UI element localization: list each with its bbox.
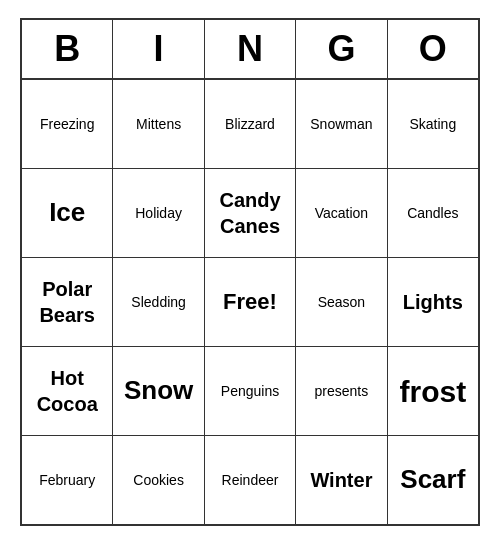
bingo-row-0: FreezingMittensBlizzardSnowmanSkating	[22, 80, 478, 169]
bingo-cell-2-1: Sledding	[113, 258, 204, 346]
bingo-card: BINGO FreezingMittensBlizzardSnowmanSkat…	[20, 18, 480, 526]
bingo-cell-4-1: Cookies	[113, 436, 204, 524]
bingo-cell-0-4: Skating	[388, 80, 478, 168]
bingo-cell-3-4: frost	[388, 347, 478, 435]
bingo-cell-1-1: Holiday	[113, 169, 204, 257]
bingo-cell-0-1: Mittens	[113, 80, 204, 168]
bingo-cell-3-2: Penguins	[205, 347, 296, 435]
bingo-cell-0-2: Blizzard	[205, 80, 296, 168]
bingo-cell-2-0: Polar Bears	[22, 258, 113, 346]
header-letter-G: G	[296, 20, 387, 78]
bingo-cell-2-2: Free!	[205, 258, 296, 346]
header-letter-N: N	[205, 20, 296, 78]
bingo-cell-3-0: Hot Cocoa	[22, 347, 113, 435]
bingo-cell-0-3: Snowman	[296, 80, 387, 168]
bingo-row-1: IceHolidayCandy CanesVacationCandles	[22, 169, 478, 258]
bingo-cell-1-0: Ice	[22, 169, 113, 257]
bingo-header: BINGO	[22, 20, 478, 80]
bingo-row-2: Polar BearsSleddingFree!SeasonLights	[22, 258, 478, 347]
bingo-row-3: Hot CocoaSnowPenguinspresentsfrost	[22, 347, 478, 436]
bingo-cell-4-4: Scarf	[388, 436, 478, 524]
bingo-cell-4-2: Reindeer	[205, 436, 296, 524]
bingo-cell-1-3: Vacation	[296, 169, 387, 257]
bingo-cell-1-2: Candy Canes	[205, 169, 296, 257]
bingo-cell-3-1: Snow	[113, 347, 204, 435]
header-letter-B: B	[22, 20, 113, 78]
bingo-cell-0-0: Freezing	[22, 80, 113, 168]
bingo-cell-2-3: Season	[296, 258, 387, 346]
bingo-cell-4-0: February	[22, 436, 113, 524]
bingo-cell-4-3: Winter	[296, 436, 387, 524]
bingo-row-4: FebruaryCookiesReindeerWinterScarf	[22, 436, 478, 524]
bingo-cell-2-4: Lights	[388, 258, 478, 346]
bingo-cell-1-4: Candles	[388, 169, 478, 257]
header-letter-I: I	[113, 20, 204, 78]
header-letter-O: O	[388, 20, 478, 78]
bingo-cell-3-3: presents	[296, 347, 387, 435]
bingo-grid: FreezingMittensBlizzardSnowmanSkatingIce…	[22, 80, 478, 524]
